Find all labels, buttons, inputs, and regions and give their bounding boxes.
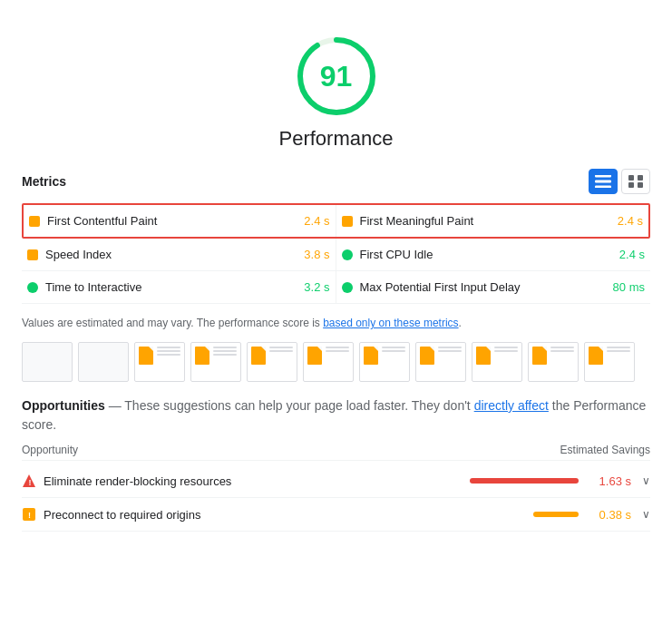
fci-name: First CPU Idle xyxy=(360,248,612,261)
filmstrip-frame xyxy=(247,342,297,382)
frame-doc-icon xyxy=(476,347,491,365)
warning-triangle-icon: ! xyxy=(22,474,36,488)
frame-lines xyxy=(550,347,574,354)
chevron-down-icon: ∨ xyxy=(642,508,650,521)
frame-lines xyxy=(438,347,462,354)
filmstrip-frame xyxy=(528,342,579,382)
opp-bar-red xyxy=(470,478,579,484)
svg-rect-2 xyxy=(595,175,611,177)
tti-value: 3.2 s xyxy=(304,280,329,294)
svg-rect-7 xyxy=(628,182,634,188)
fmp-name: First Meaningful Paint xyxy=(360,214,610,228)
svg-text:!: ! xyxy=(29,478,32,487)
metrics-header: Metrics xyxy=(22,169,650,194)
fcp-value: 2.4 s xyxy=(304,214,329,228)
chevron-down-icon: ∨ xyxy=(642,474,650,487)
metric-cell-fcp: First Contentful Paint 2.4 s xyxy=(24,205,336,237)
svg-rect-5 xyxy=(628,175,634,181)
svg-text:!: ! xyxy=(28,511,31,520)
metric-row-si: Speed Index 3.8 s First CPU Idle 2.4 s xyxy=(22,239,650,271)
fci-value: 2.4 s xyxy=(619,248,645,261)
frame-lines xyxy=(269,347,293,354)
opp-value-preconnect: 0.38 s xyxy=(586,508,631,522)
si-name: Speed Index xyxy=(45,248,297,261)
opportunities-header: Opportunities — These suggestions can he… xyxy=(22,396,650,435)
frame-lines xyxy=(213,347,237,357)
directly-affect-link[interactable]: directly affect xyxy=(474,398,549,413)
metric-cell-mpfid: Max Potential First Input Delay 80 ms xyxy=(336,271,651,303)
opp-item-render-blocking[interactable]: ! Eliminate render-blocking resources 1.… xyxy=(22,464,650,498)
metric-row-tti: Time to Interactive 3.2 s Max Potential … xyxy=(22,271,650,304)
opportunities-subtitle: — These suggestions can help your page l… xyxy=(105,398,474,413)
fmp-dot xyxy=(342,216,353,227)
si-value: 3.8 s xyxy=(304,248,329,261)
fmp-value: 2.4 s xyxy=(618,214,643,228)
frame-doc-icon xyxy=(307,347,322,365)
score-circle: 91 xyxy=(293,33,380,120)
frame-doc-icon xyxy=(195,347,209,365)
filmstrip-frame xyxy=(472,342,522,382)
col-opportunity: Opportunity xyxy=(22,444,78,456)
filmstrip-frame xyxy=(303,342,354,382)
grid-view-button[interactable] xyxy=(621,169,650,194)
svg-rect-8 xyxy=(638,182,643,188)
opp-bar-preconnect: 0.38 s ∨ xyxy=(533,508,650,522)
frame-doc-icon xyxy=(420,347,434,365)
score-section: 91 Performance xyxy=(22,18,650,161)
metrics-title: Metrics xyxy=(22,174,66,189)
frame-lines xyxy=(494,347,518,354)
opportunities-title: Opportunities xyxy=(22,398,105,413)
fci-dot xyxy=(342,249,353,260)
view-toggle xyxy=(589,169,650,194)
metrics-grid: First Contentful Paint 2.4 s First Meani… xyxy=(22,203,650,304)
filmstrip-frame xyxy=(134,342,185,382)
mpfid-name: Max Potential First Input Delay xyxy=(360,280,606,294)
metric-cell-fmp: First Meaningful Paint 2.4 s xyxy=(336,205,649,237)
list-view-button[interactable] xyxy=(589,169,618,194)
performance-label: Performance xyxy=(279,127,394,151)
filmstrip-frame xyxy=(359,342,410,382)
mpfid-value: 80 ms xyxy=(613,280,645,294)
opp-name-preconnect: Preconnect to required origins xyxy=(44,508,526,522)
opp-value-render: 1.63 s xyxy=(586,474,631,488)
metric-cell-si: Speed Index 3.8 s xyxy=(22,239,336,270)
opp-bar-render: 1.63 s ∨ xyxy=(470,474,650,488)
frame-doc-icon xyxy=(532,347,547,365)
opp-bar-orange xyxy=(533,512,579,517)
frame-lines xyxy=(326,347,349,354)
warning-square-icon: ! xyxy=(22,507,36,522)
svg-rect-6 xyxy=(638,175,643,181)
opp-item-preconnect[interactable]: ! Preconnect to required origins 0.38 s … xyxy=(22,498,650,532)
filmstrip-frame xyxy=(22,342,73,382)
metric-cell-fci: First CPU Idle 2.4 s xyxy=(336,239,651,270)
fcp-name: First Contentful Paint xyxy=(47,214,297,228)
tti-dot xyxy=(27,282,38,293)
metric-row-fcp: First Contentful Paint 2.4 s First Meani… xyxy=(22,203,650,239)
frame-lines xyxy=(157,347,180,357)
metrics-link[interactable]: based only on these metrics xyxy=(323,317,458,329)
metric-cell-tti: Time to Interactive 3.2 s xyxy=(22,271,336,303)
opp-name-render: Eliminate render-blocking resources xyxy=(44,474,463,488)
filmstrip-frame xyxy=(584,342,635,382)
tti-name: Time to Interactive xyxy=(45,280,297,294)
opportunities-columns: Opportunity Estimated Savings xyxy=(22,440,650,461)
si-dot xyxy=(27,249,38,260)
filmstrip xyxy=(22,342,650,382)
frame-doc-icon xyxy=(364,347,378,365)
frame-doc-icon xyxy=(251,347,266,365)
notice-text: Values are estimated and may vary. The p… xyxy=(22,315,650,331)
frame-doc-icon xyxy=(589,347,603,365)
filmstrip-frame xyxy=(78,342,129,382)
frame-doc-icon xyxy=(139,347,153,365)
svg-rect-3 xyxy=(595,181,611,182)
frame-lines xyxy=(382,347,405,354)
mpfid-dot xyxy=(342,282,353,293)
svg-rect-4 xyxy=(595,186,611,188)
score-value: 91 xyxy=(320,60,353,93)
filmstrip-frame xyxy=(415,342,466,382)
frame-lines xyxy=(607,347,630,354)
col-savings: Estimated Savings xyxy=(560,444,650,456)
fcp-dot xyxy=(29,216,40,227)
filmstrip-frame xyxy=(190,342,241,382)
